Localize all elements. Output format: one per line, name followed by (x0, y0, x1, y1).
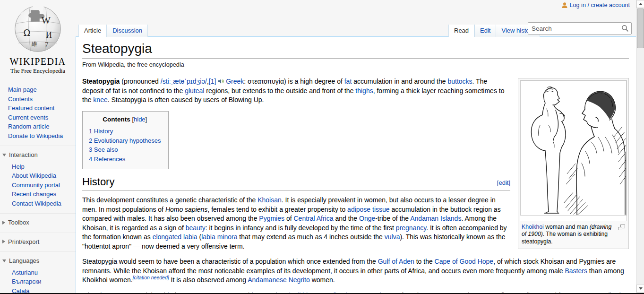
sidebar-list-item: Random article (8, 122, 76, 131)
sidebar-section-label: Print/export (8, 237, 39, 247)
inline-link[interactable]: Central Africa (293, 215, 333, 222)
sidebar-section-toggle-toolbox[interactable]: Toolbox (0, 218, 76, 227)
thumbnail-box: Khoikhoi woman and man (drawing of 1900)… (518, 78, 629, 249)
inline-link[interactable]: Gulf of Aden (378, 258, 414, 265)
sidebar-item-contents[interactable]: Contents (8, 95, 33, 103)
sidebar-item-community-portal[interactable]: Community portal (12, 182, 60, 189)
sidebar-item-about-wikipedia[interactable]: About Wikipedia (12, 172, 56, 179)
inline-link[interactable]: thighs (355, 87, 373, 95)
text-segment: : it begins in infancy and is fully deve… (206, 224, 396, 232)
greek-language-link[interactable]: Greek (226, 78, 244, 85)
edit-section-link[interactable]: [edit] (497, 179, 510, 186)
inline-link[interactable]: Khoikhoi (522, 224, 544, 230)
toc-item-2[interactable]: 2 Evolutionary hypotheses (89, 137, 161, 144)
sidebar-item-recent-changes[interactable]: Recent changes (12, 190, 56, 198)
table-of-contents: Contents [hide] 1 History2 Evolutionary … (82, 111, 169, 170)
inline-link[interactable]: Khoisan (258, 196, 282, 204)
sidebar-list-item: Current events (8, 113, 76, 122)
sidebar-item-български[interactable]: Български (12, 278, 42, 285)
text-segment: (pronounced (120, 78, 160, 85)
inline-link[interactable]: Pygmies (259, 215, 284, 222)
search-input[interactable] (528, 22, 632, 35)
sidebar-item-asturianu[interactable]: Asturianu (12, 269, 38, 276)
svg-text:W: W (42, 15, 51, 26)
toc-item-3[interactable]: 3 See also (89, 146, 118, 153)
scroll-down-button[interactable] (636, 285, 644, 293)
inline-link[interactable]: buttocks (447, 78, 472, 85)
sidebar-section: Print/export (0, 233, 76, 247)
tab-edit[interactable]: Edit (474, 25, 496, 37)
inline-link[interactable]: fat (344, 78, 352, 85)
toc-item-4[interactable]: 4 References (89, 156, 125, 163)
tab-discussion[interactable]: Discussion (107, 25, 148, 37)
site-subtitle: From Wikipedia, the free encyclopedia (82, 61, 629, 68)
sidebar-item-current-events[interactable]: Current events (8, 114, 48, 121)
text-segment: that may extend as much as 4 inches outs… (237, 233, 384, 241)
inline-link[interactable]: Onge (359, 215, 375, 222)
ipa-link[interactable]: /stiːˌætɵˈpɪdʒiə/ (161, 78, 207, 85)
inline-link[interactable]: Cape of Good Hope (435, 258, 494, 265)
thumbnail-caption: Khoikhoi woman and man (drawing of 1900)… (520, 221, 627, 248)
toc-list-item: 1 History (89, 127, 161, 136)
text-segment: : στεατοπυγία) is a high degree of (244, 78, 344, 85)
sidebar-section-toggle-languages[interactable]: Languages (0, 256, 76, 266)
inline-link[interactable]: vulva (385, 233, 400, 241)
history-heading: [edit] History (82, 177, 510, 191)
search-box (528, 22, 632, 35)
tab-label: Edit (480, 27, 490, 34)
text-segment: -tribe of the (375, 215, 410, 222)
text-segment: This development constitutes a genetic c… (82, 196, 258, 204)
scrollbar-thumb[interactable] (637, 9, 644, 48)
sidebar-item-donate-to-wikipedia[interactable]: Donate to Wikipedia (8, 132, 63, 139)
magnify-icon[interactable] (618, 225, 625, 230)
toc-list: 1 History2 Evolutionary hypotheses3 See … (89, 127, 161, 164)
ref-link-1[interactable]: [1] (209, 78, 216, 85)
sidebar-section: Toolbox (0, 213, 76, 227)
sidebar-sections: InteractionHelpAbout WikipediaCommunity … (0, 146, 76, 294)
toc-hide-link[interactable]: hide (134, 116, 146, 123)
sidebar-list-item: Contact Wikipedia (12, 199, 76, 208)
inline-link[interactable]: Andamanese Negrito (248, 276, 310, 284)
inline-link[interactable]: beauty (186, 224, 206, 232)
inline-link[interactable]: adipose tissue (347, 206, 390, 213)
login-link[interactable]: Log in / create account (570, 2, 630, 9)
inline-link[interactable]: knee (93, 96, 107, 104)
sidebar-item-main-page[interactable]: Main page (8, 86, 37, 93)
italic-text: Homo sapiens (165, 206, 208, 213)
wikipedia-logo[interactable]: W Ω И 維 7 WIKIPEDIA The Free Encyclopedi… (0, 3, 76, 75)
bold-text: Steatopygia (82, 78, 120, 85)
tab-read[interactable]: Read (448, 25, 474, 37)
inline-link[interactable]: gluteal (185, 87, 204, 95)
article-body: Khoikhoi woman and man (drawing of 1900)… (82, 77, 629, 294)
sidebar-item-help[interactable]: Help (12, 163, 25, 170)
text-segment: , females tend to exhibit a greater prop… (207, 206, 347, 213)
sidebar-item-contact-wikipedia[interactable]: Contact Wikipedia (12, 200, 61, 207)
audio-icon[interactable] (218, 78, 224, 83)
sidebar-primary-links: Main pageContentsFeatured contentCurrent… (0, 85, 76, 140)
personal-bar: Log in / create account (561, 2, 630, 9)
toc-item-1[interactable]: 1 History (89, 128, 113, 135)
text-segment: women. (310, 276, 335, 284)
scroll-up-button[interactable] (636, 0, 644, 8)
tab-article[interactable]: Article (78, 25, 107, 37)
sidebar-section-toggle-print-export[interactable]: Print/export (0, 237, 76, 247)
thumbnail-image[interactable] (520, 80, 627, 221)
sidebar-section-toggle-interaction[interactable]: Interaction (0, 150, 76, 160)
inline-link[interactable]: labia minora (201, 233, 237, 241)
sidebar-item-random-article[interactable]: Random article (8, 123, 49, 130)
sidebar-item-featured-content[interactable]: Featured content (8, 104, 54, 112)
sidebar-section-links: AsturianuБългарскиCatalàČeskyDeutschEspa… (0, 268, 76, 294)
inline-link[interactable]: Andaman Islands (410, 215, 461, 222)
inline-link[interactable]: pregnancy (396, 224, 426, 232)
inline-link[interactable]: Basters (565, 267, 587, 275)
collapse-arrow-icon (2, 154, 6, 156)
text-segment: accumulation in and around the (352, 78, 447, 85)
sidebar-list-item: Main page (8, 85, 76, 95)
sidebar-section-links: HelpAbout WikipediaCommunity portalRecen… (0, 162, 76, 208)
citation-needed-link[interactable]: [citation needed] (133, 275, 169, 280)
inline-link[interactable]: elongated labia (153, 233, 197, 241)
sidebar-list-item: Recent changes (12, 190, 76, 199)
scrollbar-track[interactable] (636, 0, 644, 294)
search-icon[interactable] (621, 25, 629, 32)
text-segment: Steatopygia would seem to have been a ch… (82, 258, 378, 265)
